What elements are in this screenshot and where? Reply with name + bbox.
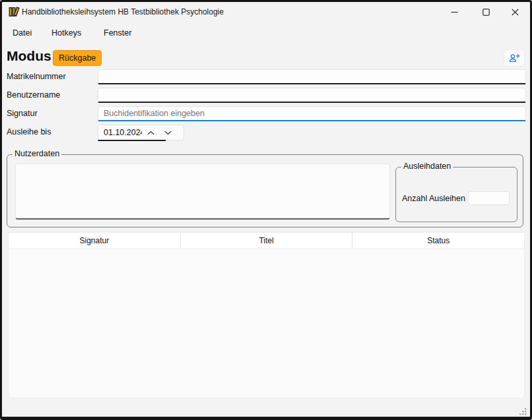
menu-item-hotkeys[interactable]: Hotkeys	[51, 24, 81, 42]
table-body	[8, 249, 525, 398]
page-title: Modus	[7, 48, 51, 64]
matrikelnummer-label: Matrikelnummer	[7, 72, 66, 81]
library-books-icon	[8, 6, 20, 18]
nutzerdaten-textarea[interactable]	[15, 164, 390, 220]
app-window: Handbibliotheksleihsystem HB Testbibliot…	[0, 0, 532, 420]
due-date-input[interactable]	[98, 128, 142, 137]
column-header-titel[interactable]: Titel	[181, 233, 353, 249]
nutzerdaten-group: Nutzerdaten Ausleihdaten Anzahl Ausleihe…	[7, 154, 523, 227]
menu-bar: Datei Hotkeys Fenster	[2, 24, 530, 42]
benutzername-input[interactable]	[98, 88, 526, 103]
ausleihdaten-legend: Ausleihdaten	[401, 162, 453, 171]
signatur-label: Signatur	[7, 109, 38, 118]
signatur-input[interactable]	[98, 106, 526, 121]
nutzerdaten-legend: Nutzerdaten	[13, 149, 61, 158]
person-add-icon	[508, 53, 520, 63]
date-increment-button[interactable]	[142, 126, 159, 139]
matrikelnummer-input[interactable]	[98, 69, 526, 84]
maximize-button[interactable]	[475, 2, 497, 22]
chevron-up-icon	[147, 131, 154, 135]
column-header-signatur[interactable]: Signatur	[9, 233, 181, 249]
close-button[interactable]	[504, 2, 526, 22]
menu-item-datei[interactable]: Datei	[13, 24, 32, 42]
window-title: Handbibliotheksleihsystem HB Testbibliot…	[22, 2, 224, 22]
add-user-button[interactable]	[504, 49, 525, 67]
ausleihe-bis-label: Ausleihe bis	[7, 127, 51, 136]
benutzername-label: Benutzername	[7, 90, 60, 100]
date-field-underline	[98, 140, 166, 141]
menu-item-fenster[interactable]: Fenster	[104, 24, 131, 42]
due-date-spinner[interactable]	[98, 125, 184, 140]
ausleihdaten-group: Ausleihdaten Anzahl Ausleihen	[395, 167, 517, 222]
anzahl-ausleihen-label: Anzahl Ausleihen	[402, 194, 465, 203]
resize-grip[interactable]	[519, 406, 527, 414]
minimize-button[interactable]	[443, 2, 465, 22]
mode-badge[interactable]: Rückgabe	[53, 50, 102, 66]
table-header-row: Signatur Titel Status	[8, 232, 525, 249]
title-bar: Handbibliotheksleihsystem HB Testbibliot…	[2, 2, 530, 22]
column-header-status[interactable]: Status	[352, 233, 524, 249]
date-decrement-button[interactable]	[159, 126, 176, 139]
chevron-down-icon	[164, 131, 172, 135]
anzahl-ausleihen-input[interactable]	[468, 191, 510, 205]
